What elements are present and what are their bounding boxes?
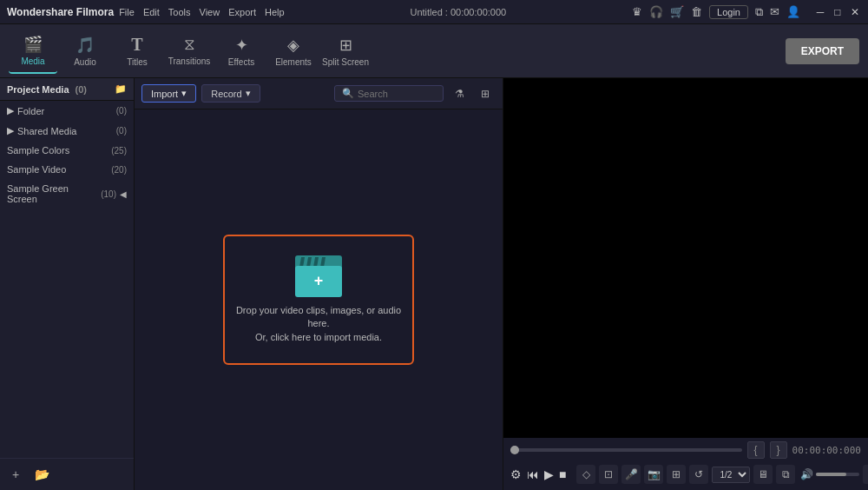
menu-bar: File Edit Tools View Export Help (119, 7, 284, 17)
sidebar-item-sample-video[interactable]: Sample Video (20) (0, 160, 134, 179)
export-button[interactable]: EXPORT (786, 38, 859, 64)
import-chevron-icon: ▾ (181, 88, 187, 99)
add-media-button[interactable]: + (5, 464, 26, 485)
new-folder-button[interactable]: 📂 (31, 464, 52, 485)
toolbar-split-screen[interactable]: ⊞ Split Screen (321, 29, 370, 74)
drop-zone-text: Drop your video clips, images, or audio … (225, 304, 412, 344)
volume-icon[interactable]: 🔊 (800, 468, 813, 480)
drop-zone[interactable]: + Drop your video clips, images, or audi… (135, 109, 503, 490)
volume-slider[interactable] (816, 473, 859, 476)
menu-edit[interactable]: Edit (143, 7, 160, 17)
search-input[interactable] (358, 89, 436, 99)
sidebar-item-folder[interactable]: ▶ Folder (0) (0, 101, 134, 121)
media-icon: 🎬 (23, 35, 43, 54)
folder-label: Folder (17, 106, 44, 116)
document-title: Untitled : 00:00:00:000 (410, 7, 506, 17)
panel-title-text: Project Media (7, 84, 69, 95)
transitions-label: Transitions (168, 56, 211, 66)
clone-icon[interactable]: ⧉ (755, 5, 763, 19)
sidebar-item-sample-colors[interactable]: Sample Colors (25) (0, 141, 134, 160)
record-button[interactable]: Record ▾ (201, 84, 260, 103)
split-screen-icon: ⊞ (339, 36, 352, 55)
panel-title: Project Media (0) (7, 84, 87, 95)
elements-label: Elements (275, 57, 312, 67)
folder-icon: ▶ (7, 105, 14, 116)
record-label: Record (211, 89, 241, 99)
sidebar-item-shared-media[interactable]: ▶ Shared Media (0) (0, 121, 134, 141)
sample-video-count: (20) (111, 165, 127, 175)
close-button[interactable]: ✕ (849, 6, 861, 18)
headset-icon[interactable]: 🎧 (649, 5, 663, 18)
center-toolbar: Import ▾ Record ▾ 🔍 ⚗ ⊞ (135, 78, 503, 109)
play-button[interactable]: ▶ (544, 464, 554, 485)
toolbar-audio[interactable]: 🎵 Audio (61, 29, 109, 74)
screenshot-icon[interactable]: 📷 (644, 465, 663, 484)
out-point-button[interactable]: } (770, 441, 787, 459)
sidebar-item-sample-green[interactable]: Sample Green Screen (10) ◀ (0, 179, 134, 209)
menu-view[interactable]: View (200, 7, 220, 17)
menu-file[interactable]: File (119, 7, 135, 17)
center-panel: Import ▾ Record ▾ 🔍 ⚗ ⊞ (135, 78, 503, 490)
preview-progress: { } 00:00:00:000 (510, 441, 861, 459)
toolbar: 🎬 Media 🎵 Audio T Titles ⧖ Transitions ✦… (0, 24, 868, 78)
compare-icon[interactable]: ⧉ (776, 465, 795, 484)
panel-header: Project Media (0) 📁 (0, 78, 134, 101)
mic-icon[interactable]: 🎤 (621, 465, 641, 484)
audio-label: Audio (74, 57, 96, 67)
user-icon[interactable]: 👤 (786, 5, 800, 18)
zoom-select[interactable]: 1/4 1/2 1/1 2/1 (712, 467, 750, 483)
import-button[interactable]: Import ▾ (141, 84, 196, 103)
sample-green-label: Sample Green Screen (7, 183, 101, 204)
search-box: 🔍 (334, 85, 444, 102)
keyframe-icon[interactable]: ◇ (576, 465, 595, 484)
toolbar-media[interactable]: 🎬 Media (9, 29, 57, 74)
preview-panel: { } 00:00:00:000 ⚙ ⏮ ▶ ■ ◇ ⊡ 🎤 📷 ⊞ ↺ (503, 78, 868, 490)
drop-zone-inner[interactable]: + Drop your video clips, images, or audi… (223, 235, 414, 365)
toolbar-elements[interactable]: ◈ Elements (269, 29, 318, 74)
rewind-frame-button[interactable]: ⏮ (527, 464, 539, 485)
login-button[interactable]: Login (709, 5, 748, 19)
crop-icon[interactable]: ⊡ (599, 465, 618, 484)
panel-footer: + 📂 (0, 458, 134, 490)
add-folder-icon[interactable]: 📁 (115, 83, 127, 95)
maximize-button[interactable]: □ (832, 6, 844, 18)
sample-colors-count: (25) (111, 146, 127, 156)
mail-icon[interactable]: ✉ (770, 5, 779, 18)
filter-icon[interactable]: ⚗ (449, 83, 470, 104)
main-content: Project Media (0) 📁 ▶ Folder (0) ▶ Share… (0, 78, 868, 490)
minimize-button[interactable]: ─ (814, 6, 826, 18)
effects-icon: ✦ (235, 36, 248, 55)
crown-icon[interactable]: ♛ (632, 5, 642, 18)
progress-bar-thumb[interactable] (510, 446, 519, 454)
stop-button[interactable]: ■ (559, 464, 566, 485)
grid-view-icon[interactable]: ⊞ (475, 83, 496, 104)
clapper-body: + (295, 266, 342, 297)
menu-help[interactable]: Help (265, 7, 285, 17)
record-chevron-icon: ▾ (246, 88, 251, 99)
toolbar-titles[interactable]: T Titles (113, 29, 161, 74)
collapse-icon[interactable]: ◀ (120, 189, 127, 199)
sample-colors-label: Sample Colors (7, 145, 69, 156)
menu-tools[interactable]: Tools (168, 7, 191, 17)
in-point-button[interactable]: { (747, 441, 765, 459)
monitor-icon[interactable]: 🖥 (753, 465, 773, 484)
menu-export[interactable]: Export (228, 7, 256, 17)
app-brand: Wondershare Filmora (7, 6, 114, 18)
folder-count: (0) (116, 106, 127, 116)
toolbar-effects[interactable]: ✦ Effects (217, 29, 266, 74)
loop-icon[interactable]: ↺ (689, 465, 708, 484)
playback-settings-icon[interactable]: ⚙ (510, 464, 522, 485)
effects-label: Effects (228, 57, 254, 67)
pip-icon[interactable]: ⊞ (667, 465, 686, 484)
import-label: Import (151, 89, 178, 99)
shared-icon: ▶ (7, 125, 14, 136)
title-bar: Wondershare Filmora File Edit Tools View… (0, 0, 868, 24)
trash-icon[interactable]: 🗑 (691, 5, 702, 18)
preview-area (503, 78, 868, 438)
toolbar-transitions[interactable]: ⧖ Transitions (165, 29, 214, 74)
cart-icon[interactable]: 🛒 (670, 5, 684, 18)
media-label: Media (21, 56, 44, 66)
progress-bar[interactable] (510, 448, 742, 452)
more-options-icon[interactable]: ⋯ (863, 465, 868, 484)
search-icon: 🔍 (342, 88, 354, 99)
